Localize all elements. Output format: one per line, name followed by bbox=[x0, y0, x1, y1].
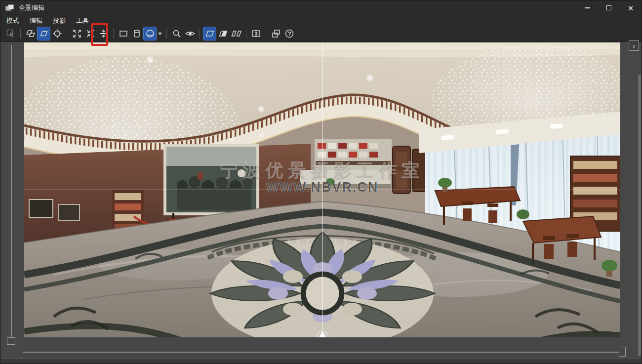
stacked-panoramas-icon bbox=[26, 29, 36, 39]
expand-arrows-icon bbox=[72, 29, 82, 39]
workspace: 宁波优景摄影工作室 WWW.NBVR.CN bbox=[0, 42, 642, 364]
minimize-button[interactable] bbox=[576, 0, 598, 15]
menu-edit[interactable]: 编辑 bbox=[25, 15, 47, 26]
toolbar-separator bbox=[246, 29, 246, 39]
panorama-icon bbox=[39, 29, 49, 39]
rectangle-projection-icon bbox=[119, 29, 128, 39]
toolbar-separator bbox=[166, 29, 167, 39]
svg-text:?: ? bbox=[287, 31, 291, 37]
layout-triple-button[interactable]: 3 bbox=[250, 27, 262, 40]
vertical-slider-thumb[interactable] bbox=[7, 337, 15, 345]
horizontal-slider-track[interactable] bbox=[23, 352, 619, 353]
magnifier-icon bbox=[172, 29, 182, 39]
projection-sphere-button[interactable] bbox=[144, 27, 156, 40]
target-icon bbox=[52, 29, 62, 39]
projection-options-dropdown[interactable] bbox=[157, 27, 163, 40]
projection-cylinder-button[interactable] bbox=[130, 27, 143, 40]
svg-text:3: 3 bbox=[254, 31, 257, 37]
layout-split-button[interactable] bbox=[217, 27, 229, 40]
panorama-editor-window: 全景编辑 ✕ 模式 编辑 投影 工具 bbox=[0, 0, 642, 364]
actual-size-button[interactable] bbox=[84, 27, 96, 40]
horizontal-slider-thumb[interactable] bbox=[619, 347, 626, 357]
cascade-windows-icon bbox=[271, 29, 281, 39]
toolbar-separator bbox=[20, 29, 21, 39]
toolbar-separator bbox=[67, 29, 67, 39]
layout-single-button[interactable] bbox=[203, 27, 216, 40]
layout-dual-button[interactable] bbox=[230, 27, 242, 40]
menu-mode[interactable]: 模式 bbox=[2, 15, 24, 26]
toolbar-separator bbox=[266, 29, 266, 39]
center-horizon-icon bbox=[99, 29, 109, 39]
help-button[interactable]: ? bbox=[283, 27, 295, 40]
eye-icon bbox=[185, 29, 196, 39]
toolbar-separator bbox=[113, 29, 114, 39]
set-viewpoint-button[interactable] bbox=[51, 27, 63, 40]
toolbar: 3 ? bbox=[0, 26, 642, 42]
menu-tools[interactable]: 工具 bbox=[72, 15, 93, 26]
select-tool-button[interactable] bbox=[4, 27, 17, 40]
collapse-arrows-icon bbox=[85, 29, 95, 39]
menu-projection[interactable]: 投影 bbox=[48, 15, 70, 26]
maximize-button[interactable] bbox=[598, 0, 620, 15]
right-scrollbar[interactable] bbox=[638, 75, 641, 356]
collapse-panel-button[interactable]: ‹ bbox=[629, 40, 639, 51]
stack-panoramas-button[interactable] bbox=[24, 27, 37, 40]
three-badge-icon: 3 bbox=[251, 29, 262, 39]
chevron-down-icon bbox=[158, 33, 162, 35]
app-icon bbox=[5, 4, 14, 12]
status-strip bbox=[0, 359, 642, 364]
zoom-tool-button[interactable] bbox=[170, 27, 183, 40]
dual-pane-icon bbox=[231, 29, 242, 39]
center-horizon-button[interactable] bbox=[97, 27, 110, 40]
projection-flat-button[interactable] bbox=[117, 27, 129, 40]
cylinder-projection-icon bbox=[132, 29, 142, 39]
preview-button[interactable] bbox=[184, 27, 196, 40]
close-button[interactable]: ✕ bbox=[620, 0, 642, 15]
sphere-projection-icon bbox=[145, 29, 155, 39]
vertical-slider-track[interactable] bbox=[11, 45, 12, 337]
help-icon: ? bbox=[284, 29, 294, 39]
horizontal-crosshair bbox=[24, 190, 620, 190]
toolbar-separator bbox=[200, 29, 200, 39]
titlebar: 全景编辑 ✕ bbox=[0, 0, 642, 15]
select-icon bbox=[6, 29, 16, 39]
panorama-canvas[interactable]: 宁波优景摄影工作室 WWW.NBVR.CN bbox=[24, 42, 620, 337]
single-pane-icon bbox=[204, 29, 215, 39]
cascade-windows-button[interactable] bbox=[270, 27, 282, 40]
edit-panorama-button[interactable] bbox=[38, 27, 50, 40]
menubar: 模式 编辑 投影 工具 bbox=[0, 15, 642, 26]
fit-view-button[interactable] bbox=[71, 27, 83, 40]
window-title: 全景编辑 bbox=[19, 3, 44, 12]
split-pane-icon bbox=[218, 29, 229, 39]
